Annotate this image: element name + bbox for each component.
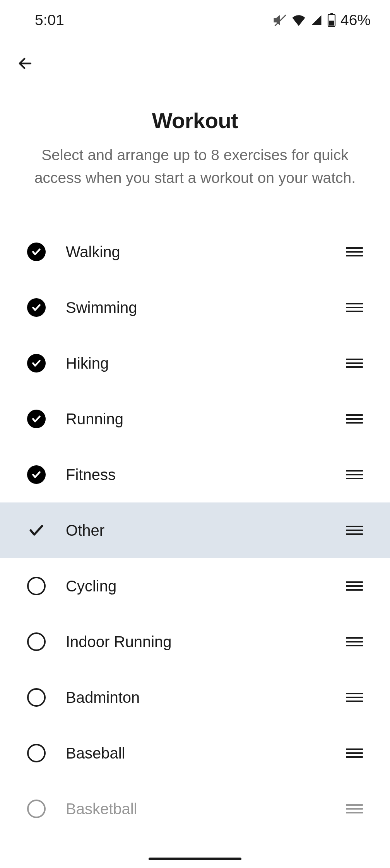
exercise-item[interactable]: Hiking — [0, 335, 390, 391]
check-circle-empty-icon — [27, 688, 46, 707]
check-icon — [27, 521, 46, 540]
drag-handle-icon[interactable] — [346, 303, 363, 312]
mute-icon — [273, 13, 287, 27]
exercise-label: Cycling — [66, 578, 346, 595]
drag-handle-icon[interactable] — [346, 693, 363, 702]
drag-handle-icon[interactable] — [346, 804, 363, 813]
status-time: 5:01 — [35, 12, 64, 29]
check-circle-filled-icon — [27, 410, 46, 428]
check-circle-empty-icon — [27, 744, 46, 762]
signal-icon — [310, 14, 323, 26]
check-circle-filled-icon — [27, 465, 46, 484]
drag-handle-icon[interactable] — [346, 526, 363, 535]
exercise-item[interactable]: Walking — [0, 224, 390, 280]
exercise-list: WalkingSwimmingHikingRunningFitnessOther… — [0, 224, 390, 837]
exercise-item[interactable]: Swimming — [0, 280, 390, 335]
exercise-checkbox[interactable] — [27, 744, 66, 762]
drag-handle-icon[interactable] — [346, 637, 363, 646]
svg-rect-2 — [330, 13, 333, 14]
page-subtitle: Select and arrange up to 8 exercises for… — [27, 144, 363, 189]
check-circle-filled-icon — [27, 298, 46, 317]
exercise-checkbox[interactable] — [27, 298, 66, 317]
drag-handle-icon[interactable] — [346, 470, 363, 479]
exercise-checkbox[interactable] — [27, 465, 66, 484]
exercise-item[interactable]: Fitness — [0, 447, 390, 502]
exercise-item[interactable]: Other — [0, 502, 390, 558]
check-circle-filled-icon — [27, 243, 46, 261]
exercise-item[interactable]: Indoor Running — [0, 614, 390, 670]
check-circle-empty-icon — [27, 632, 46, 651]
exercise-checkbox[interactable] — [27, 410, 66, 428]
exercise-item[interactable]: Running — [0, 391, 390, 447]
exercise-item[interactable]: Badminton — [0, 670, 390, 725]
exercise-checkbox[interactable] — [27, 800, 66, 818]
exercise-checkbox[interactable] — [27, 632, 66, 651]
status-bar: 5:01 46% — [0, 0, 390, 36]
exercise-checkbox[interactable] — [27, 354, 66, 372]
exercise-label: Hiking — [66, 355, 346, 372]
drag-handle-icon[interactable] — [346, 359, 363, 368]
exercise-item[interactable]: Baseball — [0, 725, 390, 781]
drag-handle-icon[interactable] — [346, 581, 363, 591]
wifi-icon — [292, 14, 306, 26]
check-circle-empty-icon — [27, 577, 46, 595]
exercise-item[interactable]: Cycling — [0, 558, 390, 614]
header: Workout Select and arrange up to 8 exerc… — [0, 81, 390, 189]
exercise-label: Other — [66, 522, 346, 539]
exercise-checkbox[interactable] — [27, 521, 66, 540]
exercise-label: Fitness — [66, 466, 346, 484]
drag-handle-icon[interactable] — [346, 247, 363, 256]
exercise-item[interactable]: Basketball — [0, 781, 390, 837]
svg-rect-3 — [329, 21, 334, 26]
exercise-label: Indoor Running — [66, 633, 346, 651]
exercise-label: Baseball — [66, 745, 346, 762]
exercise-label: Swimming — [66, 299, 346, 316]
check-circle-empty-icon — [27, 800, 46, 818]
back-button[interactable] — [15, 54, 35, 73]
drag-handle-icon[interactable] — [346, 748, 363, 758]
exercise-label: Basketball — [66, 800, 346, 818]
toolbar — [0, 36, 390, 81]
drag-handle-icon[interactable] — [346, 414, 363, 424]
check-circle-filled-icon — [27, 354, 46, 372]
exercise-label: Walking — [66, 243, 346, 261]
exercise-checkbox[interactable] — [27, 243, 66, 261]
battery-icon — [327, 13, 336, 27]
home-indicator — [149, 858, 241, 860]
exercise-label: Badminton — [66, 689, 346, 706]
page-title: Workout — [27, 108, 363, 133]
exercise-label: Running — [66, 410, 346, 428]
exercise-checkbox[interactable] — [27, 688, 66, 707]
exercise-checkbox[interactable] — [27, 577, 66, 595]
battery-text: 46% — [340, 12, 371, 29]
status-right: 46% — [273, 12, 371, 29]
